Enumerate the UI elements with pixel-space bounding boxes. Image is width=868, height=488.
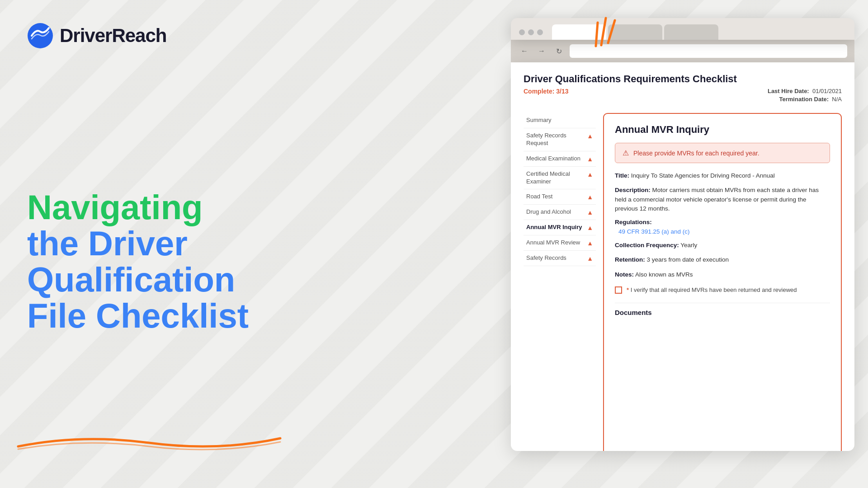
sidebar-item-road-test[interactable]: Road Test ▲ (524, 189, 596, 205)
checklist-sidebar: Summary Safety Records Request ▲ Medical… (524, 113, 596, 451)
sidebar-item-certified-medical-examiner[interactable]: Certified Medical Examiner ▲ (524, 167, 596, 190)
browser-nav-bar: ← → ↻ (511, 40, 854, 62)
browser-chrome (511, 18, 854, 40)
sidebar-label-safety-records: Safety Records (526, 254, 585, 262)
warn-icon-certified-medical-examiner: ▲ (587, 171, 593, 178)
browser-content: Driver Qualifications Requirements Check… (511, 62, 854, 451)
title-field-value: Inquiry To State Agencies for Driving Re… (631, 172, 775, 179)
sidebar-label-annual-mvr-review: Annual MVR Review (526, 239, 585, 247)
notes-field: Notes: Also known as MVRs (615, 270, 830, 279)
browser-tab-3[interactable] (664, 24, 718, 40)
forward-button[interactable]: → (535, 45, 548, 57)
sidebar-label-summary: Summary (526, 117, 593, 124)
logo-text: DriverReach (60, 25, 166, 47)
regulation-link[interactable]: 49 CFR 391.25 (a) and (c) (618, 228, 690, 235)
detail-panel: Annual MVR Inquiry ⚠ Please provide MVRs… (603, 113, 842, 451)
retention-label: Retention: (615, 256, 645, 263)
spark-decoration (583, 14, 619, 50)
termination-value: N/A (832, 96, 842, 103)
last-hire-date: Last Hire Date: 01/01/2021 (768, 88, 842, 94)
browser-dots (519, 29, 543, 35)
refresh-button[interactable]: ↻ (552, 45, 565, 57)
orange-swoosh (14, 429, 285, 452)
verify-asterisk: * (627, 286, 631, 293)
notes-value: Also known as MVRs (635, 271, 693, 278)
complete-status: Complete: 3/13 (524, 88, 569, 104)
browser-tabs (552, 24, 718, 40)
detail-description-field: Description: Motor carriers must obtain … (615, 186, 830, 213)
documents-section-title: Documents (615, 303, 830, 316)
detail-title-field: Title: Inquiry To State Agencies for Dri… (615, 171, 830, 180)
retention-value: 3 years from date of execution (647, 256, 729, 263)
alert-box: ⚠ Please provide MVRs for each required … (615, 143, 830, 163)
checklist-meta: Complete: 3/13 Last Hire Date: 01/01/202… (524, 88, 842, 104)
notes-label: Notes: (615, 271, 634, 278)
alert-message: Please provide MVRs for each required ye… (633, 150, 760, 157)
logo-area: DriverReach (27, 23, 262, 49)
left-section: DriverReach Navigating the Driver Qualif… (0, 0, 289, 488)
description-label: Description: (615, 187, 651, 193)
collection-frequency-field: Collection Frequency: Yearly (615, 241, 830, 250)
title-field-label: Title: (615, 172, 629, 179)
sidebar-item-safety-records-request[interactable]: Safety Records Request ▲ (524, 128, 596, 151)
verify-checkbox[interactable] (615, 286, 622, 294)
warn-icon-medical-examination: ▲ (587, 155, 593, 163)
verify-label: * I verify that all required MVRs have b… (627, 286, 797, 293)
driverreach-logo-icon (27, 23, 53, 49)
browser-mockup: ← → ↻ Driver Qualifications Requirements… (511, 18, 854, 461)
warn-icon-annual-mvr-review: ▲ (587, 239, 593, 247)
sidebar-item-drug-and-alcohol[interactable]: Drug and Alcohol ▲ (524, 205, 596, 220)
checklist-page-title: Driver Qualifications Requirements Check… (524, 73, 842, 85)
warn-icon-safety-records-request: ▲ (587, 132, 593, 140)
browser-dot-3 (537, 29, 543, 35)
retention-field: Retention: 3 years from date of executio… (615, 255, 830, 264)
browser-dot-1 (519, 29, 525, 35)
collection-value: Yearly (680, 242, 697, 249)
sidebar-item-summary[interactable]: Summary (524, 113, 596, 128)
detail-panel-title: Annual MVR Inquiry (615, 124, 830, 136)
verify-text: I verify that all required MVRs have bee… (631, 286, 797, 293)
headline-line1: Navigating (27, 189, 262, 225)
svg-line-1 (601, 18, 606, 45)
collection-label: Collection Frequency: (615, 242, 679, 249)
sidebar-label-road-test: Road Test (526, 193, 585, 201)
headline-block: Navigating the Driver Qualification File… (27, 58, 262, 465)
verify-row: * I verify that all required MVRs have b… (615, 286, 830, 294)
sidebar-label-annual-mvr-inquiry: Annual MVR Inquiry (526, 224, 585, 231)
termination-date: Termination Date: N/A (768, 96, 842, 103)
sidebar-label-certified-medical-examiner: Certified Medical Examiner (526, 170, 585, 186)
headline-line4: File Checklist (27, 298, 262, 334)
sidebar-item-medical-examination[interactable]: Medical Examination ▲ (524, 151, 596, 167)
last-hire-value: 01/01/2021 (812, 88, 842, 94)
sidebar-label-safety-records-request: Safety Records Request (526, 132, 585, 147)
svg-line-2 (608, 20, 615, 43)
warn-icon-annual-mvr-inquiry: ▲ (587, 224, 593, 231)
browser-dot-2 (528, 29, 534, 35)
sidebar-label-drug-and-alcohol: Drug and Alcohol (526, 208, 585, 216)
checklist-body: Summary Safety Records Request ▲ Medical… (524, 113, 842, 451)
sidebar-label-medical-examination: Medical Examination (526, 155, 585, 163)
sidebar-item-annual-mvr-review[interactable]: Annual MVR Review ▲ (524, 235, 596, 251)
termination-label: Termination Date: (779, 96, 829, 103)
sidebar-item-annual-mvr-inquiry[interactable]: Annual MVR Inquiry ▲ (524, 220, 596, 235)
warn-icon-drug-and-alcohol: ▲ (587, 209, 593, 216)
warn-icon-road-test: ▲ (587, 193, 593, 201)
dates-block: Last Hire Date: 01/01/2021 Termination D… (768, 88, 842, 104)
last-hire-label: Last Hire Date: (768, 88, 809, 94)
svg-line-3 (596, 23, 598, 46)
headline-line3: Qualification (27, 262, 262, 298)
sidebar-item-safety-records[interactable]: Safety Records ▲ (524, 251, 596, 266)
warn-icon-safety-records: ▲ (587, 255, 593, 262)
regulations-section: Regulations: 49 CFR 391.25 (a) and (c) (615, 219, 830, 235)
alert-warning-icon: ⚠ (623, 149, 629, 157)
headline-line2: the Driver (27, 225, 262, 262)
back-button[interactable]: ← (518, 45, 531, 57)
regulations-label: Regulations: (615, 219, 830, 225)
